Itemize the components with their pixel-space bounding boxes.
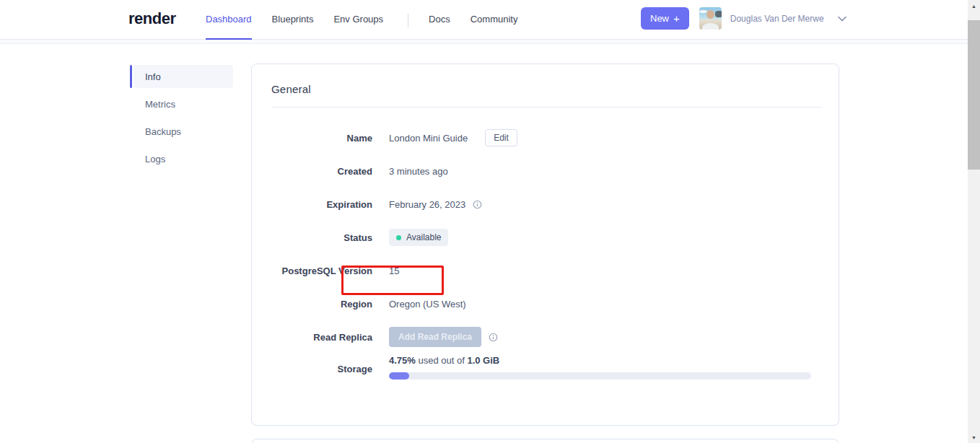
info-row-region: Region Oregon (US West) bbox=[271, 287, 811, 320]
add-read-replica-button[interactable]: Add Read Replica bbox=[389, 327, 481, 347]
scrollbar-thumb[interactable] bbox=[968, 20, 980, 170]
header-right-cluster: New + Douglas Van Der Merwe bbox=[641, 7, 846, 30]
storage-middle-text: used out of bbox=[416, 355, 468, 366]
nav-item-community[interactable]: Community bbox=[471, 14, 518, 38]
card-title: General bbox=[252, 64, 839, 95]
avatar-art bbox=[715, 11, 722, 17]
sidebar-item-backups[interactable]: Backups bbox=[134, 120, 233, 143]
info-row-name: Name London Mini Guide Edit bbox=[271, 121, 811, 154]
sidebar-item-info[interactable]: Info bbox=[134, 65, 233, 88]
sidebar-item-logs[interactable]: Logs bbox=[134, 147, 233, 170]
status-available-dot-icon bbox=[396, 235, 401, 240]
expiration-info-icon[interactable] bbox=[473, 200, 482, 209]
vertical-scrollbar[interactable]: ▲ ▼ bbox=[968, 0, 980, 443]
status-value: Available bbox=[406, 232, 441, 242]
info-row-expiration: Expiration February 26, 2023 bbox=[271, 188, 811, 221]
top-navbar: render Dashboard Blueprints Env Groups D… bbox=[0, 0, 980, 40]
region-value: Oregon (US West) bbox=[389, 299, 466, 310]
active-item-accent-bar bbox=[130, 65, 132, 88]
expiration-label: Expiration bbox=[271, 199, 372, 210]
info-row-read-replica: Read Replica Add Read Replica bbox=[271, 320, 811, 354]
name-label: Name bbox=[271, 133, 372, 144]
new-button-label: New bbox=[650, 13, 669, 24]
avatar-art bbox=[706, 10, 714, 19]
read-replica-info-icon[interactable] bbox=[489, 333, 498, 342]
status-badge: Available bbox=[389, 229, 448, 246]
avatar-art bbox=[699, 10, 707, 13]
header-sub-band bbox=[0, 40, 980, 44]
status-label: Status bbox=[271, 232, 372, 243]
chevron-down-icon[interactable] bbox=[838, 16, 846, 22]
nav-divider bbox=[408, 14, 408, 27]
nav-item-blueprints[interactable]: Blueprints bbox=[272, 14, 314, 38]
postgres-version-value: 15 bbox=[389, 266, 399, 276]
user-menu-name[interactable]: Douglas Van Der Merwe bbox=[730, 14, 824, 24]
next-card-preview bbox=[251, 439, 839, 443]
plus-icon: + bbox=[673, 12, 680, 25]
nav-item-docs[interactable]: Docs bbox=[429, 14, 450, 38]
created-value: 3 minutes ago bbox=[389, 166, 448, 177]
scroll-down-arrow-icon[interactable]: ▼ bbox=[968, 431, 980, 443]
storage-used-pct: 4.75% bbox=[389, 355, 416, 366]
new-button[interactable]: New + bbox=[641, 7, 689, 30]
expiration-value: February 26, 2023 bbox=[389, 199, 465, 210]
sidebar-item-metrics[interactable]: Metrics bbox=[134, 92, 233, 115]
general-card: General Name London Mini Guide Edit Crea… bbox=[251, 63, 839, 426]
postgres-version-label: PostgreSQL Version bbox=[271, 266, 372, 276]
storage-progress-fill bbox=[389, 372, 409, 380]
info-row-created: Created 3 minutes ago bbox=[271, 154, 811, 188]
card-body: Name London Mini Guide Edit Created 3 mi… bbox=[252, 108, 839, 387]
section-sidebar: Info Metrics Backups Logs bbox=[130, 65, 233, 175]
edit-name-button[interactable]: Edit bbox=[485, 129, 517, 146]
nav-item-env-groups[interactable]: Env Groups bbox=[333, 14, 383, 38]
region-label: Region bbox=[271, 299, 372, 310]
info-row-status: Status Available bbox=[271, 221, 811, 254]
avatar-art bbox=[702, 23, 719, 30]
nav-item-dashboard[interactable]: Dashboard bbox=[206, 14, 252, 40]
storage-progress-track bbox=[389, 372, 811, 380]
main-nav: Dashboard Blueprints Env Groups Docs Com… bbox=[206, 14, 538, 40]
user-avatar[interactable] bbox=[699, 7, 722, 30]
storage-usage-text: 4.75% used out of 1.0 GiB bbox=[389, 355, 811, 366]
created-label: Created bbox=[271, 166, 372, 177]
storage-total: 1.0 GiB bbox=[467, 355, 499, 366]
render-logo[interactable]: render bbox=[128, 9, 175, 28]
info-row-storage: Storage 4.75% used out of 1.0 GiB bbox=[271, 354, 811, 387]
info-row-postgres-version: PostgreSQL Version 15 bbox=[271, 254, 811, 287]
storage-label: Storage bbox=[271, 355, 372, 374]
name-value: London Mini Guide bbox=[389, 133, 468, 144]
read-replica-label: Read Replica bbox=[271, 332, 372, 343]
scroll-up-arrow-icon[interactable]: ▲ bbox=[968, 0, 980, 12]
render-dashboard-page: render Dashboard Blueprints Env Groups D… bbox=[0, 0, 980, 443]
